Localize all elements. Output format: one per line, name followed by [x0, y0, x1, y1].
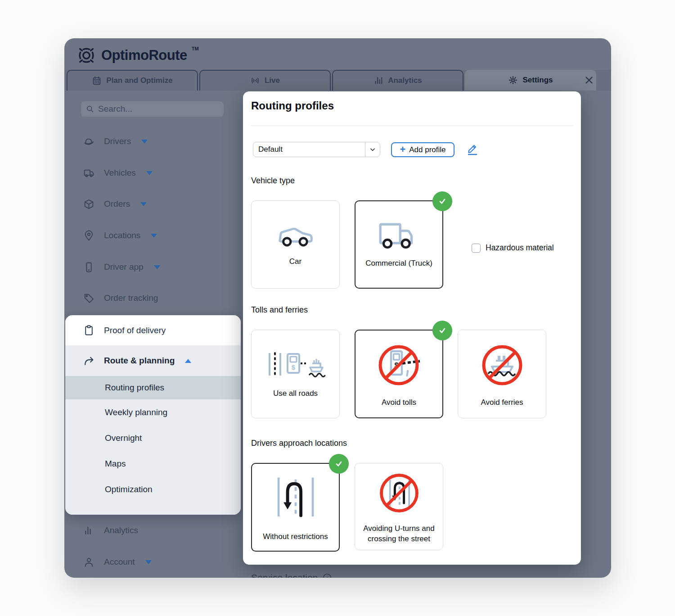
check-badge-icon: [329, 454, 349, 474]
sidebar-item-optimization[interactable]: Optimization: [65, 476, 241, 502]
truck-icon: [83, 168, 94, 179]
sidebar-item-overnight[interactable]: Overnight: [65, 425, 241, 451]
tab-settings[interactable]: Settings: [465, 70, 596, 91]
car-art: [273, 222, 318, 250]
app-window: OptimoRoute TM Plan and Optimize Live: [64, 38, 611, 578]
tab-label: Analytics: [388, 76, 422, 85]
sidebar-item-orders[interactable]: Orders: [83, 197, 147, 211]
checkbox-label: Hazardous material: [486, 243, 554, 253]
tab-plan-and-optimize[interactable]: Plan and Optimize: [67, 70, 198, 91]
avoid-ferries-art: [477, 340, 527, 391]
hazardous-material-checkbox[interactable]: [472, 244, 481, 253]
map-pin-icon: [83, 230, 94, 241]
chevron-down-icon: [151, 234, 157, 238]
info-icon: [322, 573, 332, 578]
sidebar-item-proof-of-delivery[interactable]: Proof of delivery: [65, 315, 241, 345]
option-label: Car: [289, 257, 302, 267]
plus-icon: +: [400, 145, 405, 154]
option-card-use-all-roads[interactable]: $ Use all roads: [251, 330, 340, 418]
u-turn-art: [270, 473, 322, 525]
section-label-tolls-ferries: Tolls and ferries: [251, 305, 308, 315]
sidebar-item-label: Orders: [104, 199, 130, 209]
tab-bar: Plan and Optimize Live Analytics: [64, 70, 611, 91]
screenshot-stage: OptimoRoute TM Plan and Optimize Live: [0, 0, 675, 616]
brand-logo: OptimoRoute TM: [76, 45, 199, 66]
edit-profile-button[interactable]: [467, 143, 478, 155]
sidebar-item-analytics[interactable]: Analytics: [83, 523, 138, 538]
chevron-down-icon: [146, 171, 153, 175]
sidebar-search[interactable]: [81, 101, 224, 117]
divider: [251, 126, 573, 126]
option-card-avoid-ferries[interactable]: Avoid ferries: [458, 330, 546, 418]
driver-cap-icon: [83, 136, 94, 147]
sidebar-item-label: Optimization: [105, 485, 153, 494]
add-profile-button[interactable]: + Add profile: [391, 142, 454, 157]
option-label: Without restrictions: [263, 532, 328, 542]
option-label: Avoiding U-turns and crossing the street: [363, 524, 435, 544]
sidebar-item-weekly-planning[interactable]: Weekly planning: [65, 399, 241, 425]
brand-name: OptimoRoute: [101, 45, 187, 66]
tab-analytics[interactable]: Analytics: [332, 70, 464, 91]
option-card-avoiding-u-turns[interactable]: Avoiding U-turns and crossing the street: [355, 463, 443, 550]
avoid-tolls-art: $: [374, 340, 424, 391]
option-card-commercial-truck[interactable]: Commercial (Truck): [355, 200, 443, 289]
chevron-down-icon: [154, 265, 160, 269]
section-label-drivers-approach: Drivers approach locations: [251, 439, 347, 448]
option-card-car[interactable]: Car: [251, 200, 340, 289]
sidebar-item-label: Vehicles: [104, 168, 136, 178]
chevron-down-icon: [145, 560, 152, 564]
sidebar-item-routing-profiles[interactable]: Routing profiles: [65, 376, 241, 399]
sidebar-item-label: Maps: [105, 459, 126, 469]
add-profile-label: Add profile: [409, 145, 446, 154]
use-all-roads-art: $: [266, 349, 325, 382]
sidebar-item-route-planning[interactable]: Route & planning: [65, 345, 241, 376]
sidebar-item-account[interactable]: Account: [83, 555, 152, 569]
check-badge-icon: [432, 191, 452, 211]
sidebar-item-label: Driver app: [104, 262, 144, 272]
box-icon: [83, 199, 94, 210]
tab-label: Settings: [522, 76, 553, 85]
svg-text:$: $: [291, 363, 295, 371]
person-icon: [83, 557, 94, 568]
tab-live[interactable]: Live: [199, 70, 331, 91]
section-label-vehicle-type: Vehicle type: [251, 176, 295, 186]
option-card-avoid-tolls[interactable]: $ Avoid tolls: [355, 330, 443, 418]
chevron-down-icon: [140, 202, 147, 206]
sidebar-item-driver-app[interactable]: Driver app: [83, 260, 160, 274]
option-label: Avoid ferries: [481, 398, 523, 408]
bar-chart-icon: [83, 525, 94, 536]
routing-profiles-modal: Routing profiles Default + Add profile: [243, 91, 581, 565]
sidebar-item-label: Analytics: [104, 525, 138, 535]
search-icon: [86, 104, 94, 113]
route-planning-menu-panel: Proof of delivery Route & planning Routi…: [65, 315, 241, 515]
sidebar-item-label: Overnight: [105, 433, 142, 443]
edit-pencil-icon: [467, 143, 478, 155]
route-arrow-icon: [83, 355, 94, 367]
profile-select[interactable]: Default: [253, 142, 380, 157]
truck-art: [377, 220, 422, 252]
close-icon: [584, 75, 594, 85]
broadcast-icon: [250, 76, 260, 86]
hazardous-material-option[interactable]: Hazardous material: [472, 243, 554, 253]
modal-title: Routing profiles: [251, 100, 334, 112]
profile-select-value: Default: [253, 142, 365, 157]
select-chevron: [365, 142, 380, 157]
search-input[interactable]: [98, 104, 219, 114]
logo-icon: [76, 45, 97, 66]
close-settings-button[interactable]: [584, 75, 594, 85]
sidebar-item-vehicles[interactable]: Vehicles: [83, 166, 153, 180]
sidebar-item-maps[interactable]: Maps: [65, 451, 241, 476]
tag-icon: [83, 293, 94, 304]
service-location-label: Service location: [251, 572, 332, 578]
sidebar-item-drivers[interactable]: Drivers: [83, 134, 148, 149]
chevron-down-icon: [369, 146, 376, 153]
option-label: Use all roads: [273, 389, 318, 399]
chevron-down-icon: [141, 140, 148, 144]
tab-label: Plan and Optimize: [106, 76, 172, 85]
sidebar-item-label: Account: [104, 557, 135, 567]
no-u-turn-art: [375, 469, 423, 517]
option-card-without-restrictions[interactable]: Without restrictions: [251, 463, 340, 552]
sidebar-item-locations[interactable]: Locations: [83, 228, 157, 243]
sidebar-item-order-tracking[interactable]: Order tracking: [83, 291, 158, 305]
check-badge-icon: [432, 321, 452, 340]
